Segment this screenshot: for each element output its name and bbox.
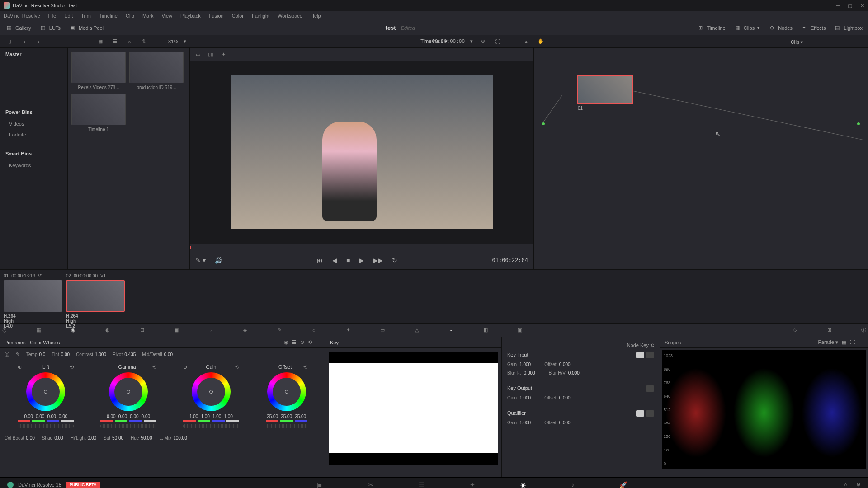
lift-reset-icon[interactable]: ⟲ <box>70 364 74 372</box>
viewer-menu-icon[interactable]: ⋯ <box>507 37 516 46</box>
matte-icon[interactable] <box>636 352 644 358</box>
sizing-icon[interactable]: ◧ <box>481 326 490 335</box>
fairlight-page-icon[interactable]: ♪ <box>571 481 574 488</box>
media-page-icon[interactable]: ▣ <box>317 481 323 488</box>
window-icon[interactable]: ○ <box>309 326 318 335</box>
scope-menu-icon[interactable]: ⋯ <box>859 339 863 345</box>
sort-icon[interactable]: ⇅ <box>139 37 148 46</box>
next-icon[interactable]: › <box>34 37 43 46</box>
lift-wheel[interactable] <box>26 372 65 411</box>
maximize-button[interactable]: ▢ <box>848 3 852 9</box>
luts-button[interactable]: ◫LUTs <box>39 24 61 32</box>
curves-icon[interactable]: ⟋ <box>206 326 215 335</box>
powerbins-header[interactable]: Power Bins <box>0 106 67 118</box>
magic-mask-icon[interactable]: ▭ <box>378 326 387 335</box>
search-icon[interactable]: ⌕ <box>125 37 134 46</box>
single-view-icon[interactable]: ▭ <box>193 50 203 59</box>
log-mode-icon[interactable]: ⊙ <box>300 339 304 345</box>
scope-expand-icon[interactable]: ⛶ <box>850 339 855 345</box>
media-item[interactable]: production ID 519... <box>129 52 184 90</box>
hue-value[interactable]: 50.00 <box>141 436 152 441</box>
color-page-icon[interactable]: ◉ <box>520 481 526 488</box>
contrast-value[interactable]: 1.000 <box>95 352 106 357</box>
menu-playback[interactable]: Playback <box>180 13 201 19</box>
hdr-icon[interactable]: ◐ <box>103 326 112 335</box>
scopes-toggle-icon[interactable]: ⊞ <box>825 326 834 335</box>
menu-workspace[interactable]: Workspace <box>278 13 302 19</box>
qual-invert-icon[interactable] <box>646 410 654 417</box>
expand-icon[interactable]: ⛶ <box>493 37 502 46</box>
menu-fusion[interactable]: Fusion <box>209 13 224 19</box>
gamma-master-wheel[interactable] <box>100 424 156 428</box>
timeline-button[interactable]: ⊞Timeline <box>697 24 726 32</box>
menu-clip[interactable]: Clip <box>126 13 134 19</box>
lift-master-wheel[interactable] <box>18 424 74 428</box>
node-menu-icon[interactable]: ⋯ <box>854 37 863 46</box>
home-icon[interactable]: ⌂ <box>844 482 847 488</box>
menu-davinci[interactable]: DaVinci Resolve <box>4 13 40 19</box>
warper-icon[interactable]: ◈ <box>241 326 250 335</box>
video-preview[interactable] <box>231 75 493 229</box>
graph-output-icon[interactable] <box>857 122 860 125</box>
gain-wheel[interactable] <box>192 372 231 411</box>
shad-value[interactable]: 0.00 <box>54 436 63 441</box>
next-frame-button[interactable]: ▶▶ <box>373 257 383 264</box>
3d-icon[interactable]: ▣ <box>515 326 524 335</box>
mute-icon[interactable]: 🔊 <box>215 257 222 264</box>
key-reset-icon[interactable]: ⟲ <box>650 343 654 348</box>
menu-mark[interactable]: Mark <box>142 13 153 19</box>
more-icon[interactable]: ⋯ <box>154 37 163 46</box>
offset-master-wheel[interactable] <box>266 424 307 428</box>
auto-balance-icon[interactable]: ⓐ <box>5 351 9 358</box>
color-match-icon[interactable]: ▦ <box>34 326 43 335</box>
nodes-button[interactable]: ⊙Nodes <box>768 24 793 32</box>
middetail-value[interactable]: 0.00 <box>164 352 173 357</box>
stop-button[interactable]: ■ <box>346 257 350 264</box>
wand-icon[interactable]: ✦ <box>219 50 228 59</box>
wheel-mode-icon[interactable]: ◉ <box>284 339 288 345</box>
dual-view-icon[interactable]: ▯▯ <box>206 50 215 59</box>
qualifier-icon[interactable]: ✎ <box>275 326 284 335</box>
deliver-page-icon[interactable]: 🚀 <box>619 481 627 488</box>
grid-view-icon[interactable]: ▦ <box>96 37 105 46</box>
hilight-value[interactable]: 0.00 <box>88 436 96 441</box>
scope-mode[interactable]: Parade ▾ <box>818 339 838 345</box>
bin-view-icon[interactable]: ▯ <box>5 37 14 46</box>
key-icon[interactable]: ▪ <box>447 326 456 335</box>
input-offset[interactable]: 0.000 <box>559 362 571 367</box>
expand-icon[interactable]: ⋯ <box>316 339 321 345</box>
menu-edit[interactable]: Edit <box>64 13 73 19</box>
input-blur-hv[interactable]: 0.000 <box>568 371 580 375</box>
menu-trim[interactable]: Trim <box>81 13 91 19</box>
qual-matte-icon[interactable] <box>636 410 644 417</box>
input-blur-r[interactable]: 0.000 <box>524 371 535 375</box>
output-offset[interactable]: 0.000 <box>559 395 571 400</box>
smartbins-header[interactable]: Smart Bins <box>0 147 67 160</box>
menu-fairlight[interactable]: Fairlight <box>252 13 269 19</box>
bin-videos[interactable]: Videos <box>0 118 67 129</box>
gallery-button[interactable]: ▦Gallery <box>5 24 31 32</box>
lightbox-button[interactable]: ▤Lightbox <box>834 24 863 32</box>
menu-help[interactable]: Help <box>311 13 321 19</box>
bypass-icon[interactable]: ⊘ <box>478 37 487 46</box>
timeline-clip[interactable]: 02 00:00:00:00 V1 H.264 High L5.2 <box>66 273 125 319</box>
hand-icon[interactable]: ✋ <box>536 37 545 46</box>
lmix-value[interactable]: 100.00 <box>173 436 187 441</box>
gamma-wheel[interactable] <box>109 372 148 411</box>
media-item[interactable]: Pexels Videos 278... <box>71 52 126 90</box>
output-gain[interactable]: 1.000 <box>519 395 531 400</box>
bin-fortnite[interactable]: Fortnite <box>0 129 67 140</box>
effects-button[interactable]: ✦Effects <box>801 24 826 32</box>
invert-icon[interactable] <box>646 352 654 358</box>
colboost-value[interactable]: 0.00 <box>26 436 34 441</box>
list-view-icon[interactable]: ☰ <box>110 37 119 46</box>
bsm-icon[interactable]: △ <box>412 326 421 335</box>
motion-icon[interactable]: ▣ <box>172 326 181 335</box>
close-button[interactable]: ✕ <box>860 3 864 9</box>
scrubber[interactable] <box>190 244 533 251</box>
tracker-icon[interactable]: ✦ <box>344 326 353 335</box>
qual-offset[interactable]: 0.000 <box>559 420 571 425</box>
info-icon[interactable]: ⓘ <box>859 326 868 335</box>
pivot-value[interactable]: 0.435 <box>124 352 136 357</box>
minimize-button[interactable]: ─ <box>836 3 840 9</box>
